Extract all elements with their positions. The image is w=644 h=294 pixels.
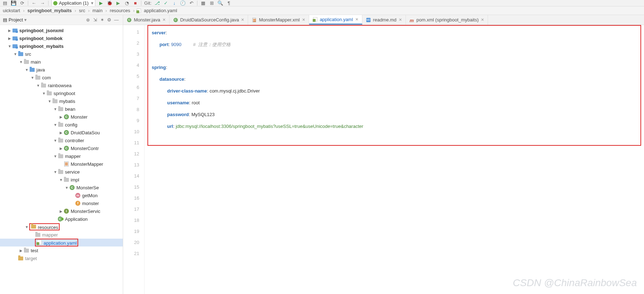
tree-node[interactable]: ▼bean [0, 105, 123, 113]
tree-node[interactable]: ▼service [0, 168, 123, 176]
expand-arrow-icon[interactable]: ▼ [47, 99, 52, 103]
tree-node[interactable]: ▼mybatis [0, 97, 123, 105]
back-icon[interactable]: ← [31, 0, 37, 6]
tree-node[interactable]: ▶test [0, 246, 123, 254]
tree-node[interactable]: target [0, 254, 123, 262]
expand-arrow-icon[interactable]: ▼ [59, 178, 64, 182]
hide-icon[interactable]: — [113, 16, 120, 24]
close-tab-icon[interactable]: ✕ [399, 18, 402, 22]
expand-arrow-icon[interactable]: ▼ [41, 91, 46, 95]
collapse-icon[interactable]: ✶ [99, 16, 106, 24]
expand-arrow-icon[interactable]: ▼ [53, 107, 58, 111]
structure-icon[interactable]: ▦ [200, 0, 206, 6]
project-panel-title[interactable]: ▤Project▾ [3, 17, 27, 23]
expand-arrow-icon[interactable]: ▼ [53, 170, 58, 174]
close-tab-icon[interactable]: ✕ [355, 17, 358, 22]
git-branch-icon[interactable]: ⎇ [154, 0, 160, 6]
git-revert-icon[interactable]: ↶ [188, 0, 194, 6]
tree-node[interactable]: mapper [0, 231, 123, 239]
refresh-icon[interactable]: ⟳ [19, 0, 25, 6]
ruler-icon[interactable]: ⊞ [209, 0, 215, 6]
editor-tab[interactable]: CMonster.java✕ [123, 15, 170, 25]
open-icon[interactable]: ▤ [2, 0, 8, 6]
para-icon[interactable]: ¶ [226, 0, 232, 6]
close-tab-icon[interactable]: ✕ [481, 18, 484, 22]
expand-arrow-icon[interactable]: ▼ [36, 84, 41, 88]
tree-node[interactable]: ▼springboot_mybaits [0, 42, 123, 50]
expand-arrow-icon[interactable]: ▼ [7, 44, 12, 48]
crumb-0[interactable]: uickstart [2, 8, 21, 13]
expand-arrow-icon[interactable]: ▼ [19, 60, 24, 64]
tree-node[interactable]: application.yaml [0, 239, 123, 246]
expand-arrow-icon[interactable]: ▶ [59, 146, 64, 150]
expand-icon[interactable]: ⇲ [91, 16, 99, 24]
tree-node[interactable]: CApplication [0, 215, 123, 223]
git-commit-icon[interactable]: ✓ [163, 0, 168, 6]
tree-node[interactable]: ▶CDruidDataSou [0, 129, 123, 136]
editor-tab[interactable]: MonsterMapper.xml✕ [248, 15, 309, 25]
tree-node[interactable]: ▼impl [0, 176, 123, 184]
expand-arrow-icon[interactable]: ▶ [7, 29, 12, 33]
save-icon[interactable]: 💾 [11, 0, 16, 6]
forward-icon[interactable]: → [40, 0, 45, 6]
crumb-5[interactable]: application.yaml [143, 8, 178, 13]
expand-arrow-icon[interactable]: ▼ [53, 123, 58, 127]
tree-node[interactable]: mgetMon [0, 191, 123, 199]
tree-node[interactable]: ▶CMonsterContr [0, 144, 123, 152]
expand-arrow-icon[interactable]: ▼ [30, 76, 35, 80]
expand-arrow-icon[interactable]: ▼ [13, 52, 18, 56]
locate-icon[interactable]: ⊕ [84, 16, 91, 24]
crumb-4[interactable]: resources [109, 8, 131, 13]
tree-node[interactable]: ▼mapper [0, 152, 123, 160]
tree-node[interactable]: ▶springboot_jsonxml [0, 26, 123, 34]
editor-tab[interactable]: mpom.xml (springboot_mybaits)✕ [406, 15, 488, 25]
expand-arrow-icon[interactable]: ▼ [53, 154, 58, 158]
close-tab-icon[interactable]: ✕ [302, 18, 305, 22]
tree-node[interactable]: ▶IMonsterServic [0, 207, 123, 215]
find-icon[interactable]: 🔍 [217, 0, 223, 6]
tree-node[interactable]: ▼main [0, 58, 123, 66]
run-config-select[interactable]: Application (1) [51, 0, 95, 6]
editor-viewport[interactable]: server: port: 9090 # 注意：使用空格 spring: dat… [145, 25, 644, 294]
run-icon[interactable]: ▶ [98, 0, 104, 6]
editor-tab[interactable]: CDruidDataSourceConfig.java✕ [170, 15, 248, 25]
crumb-1[interactable]: springboot_mybaits [27, 8, 72, 13]
tree-node[interactable]: MonsterMapper [0, 160, 123, 168]
profile-icon[interactable]: ◔ [124, 0, 130, 6]
settings-icon[interactable]: ⚙ [106, 16, 113, 24]
editor-tab[interactable]: application.yaml✕ [309, 15, 362, 25]
close-tab-icon[interactable]: ✕ [241, 18, 244, 22]
coverage-icon[interactable]: ▶ [115, 0, 121, 6]
crumb-3[interactable]: main [92, 8, 103, 13]
tree-node[interactable]: ▶CMonster [0, 113, 123, 121]
crumb-2[interactable]: src [78, 8, 86, 13]
editor-tab[interactable]: MDreadme.md✕ [362, 15, 406, 25]
stop-icon[interactable]: ■ [132, 0, 138, 6]
git-update-icon[interactable]: ↓ [171, 0, 177, 6]
expand-arrow-icon[interactable]: ▼ [64, 186, 69, 190]
tree-node[interactable]: ▼com [0, 74, 123, 81]
close-tab-icon[interactable]: ✕ [162, 18, 166, 22]
expand-arrow-icon[interactable]: ▶ [19, 249, 24, 253]
tree-node[interactable]: ▼rainbowsea [0, 81, 123, 89]
expand-arrow-icon[interactable]: ▶ [59, 131, 64, 135]
debug-icon[interactable]: 🐞 [107, 0, 112, 6]
expand-arrow-icon[interactable]: ▶ [7, 36, 12, 40]
expand-arrow-icon[interactable]: ▶ [59, 115, 64, 119]
expand-arrow-icon[interactable]: ▼ [24, 68, 29, 72]
git-history-icon[interactable]: 🕘 [180, 0, 186, 6]
tree-node[interactable]: ▼resources [0, 223, 123, 231]
tree-node[interactable]: ▼controller [0, 136, 123, 144]
expand-arrow-icon[interactable]: ▼ [24, 225, 29, 229]
tree-node[interactable]: ▼config [0, 121, 123, 129]
expand-arrow-icon[interactable]: ▶ [59, 209, 64, 213]
tree-node[interactable]: ▼CMonsterSe [0, 184, 123, 191]
tree-node[interactable]: ▼springboot [0, 89, 123, 97]
tree-node[interactable]: fmonster [0, 199, 123, 207]
tree-node[interactable]: ▶springboot_lombok [0, 34, 123, 42]
code-content[interactable]: server: port: 9090 # 注意：使用空格 spring: dat… [145, 25, 644, 132]
tree-node[interactable]: ▼java [0, 66, 123, 74]
expand-arrow-icon[interactable]: ▼ [53, 139, 58, 143]
project-tree[interactable]: ▶springboot_jsonxml▶springboot_lombok▼sp… [0, 25, 123, 294]
tree-node[interactable]: ▼src [0, 50, 123, 58]
